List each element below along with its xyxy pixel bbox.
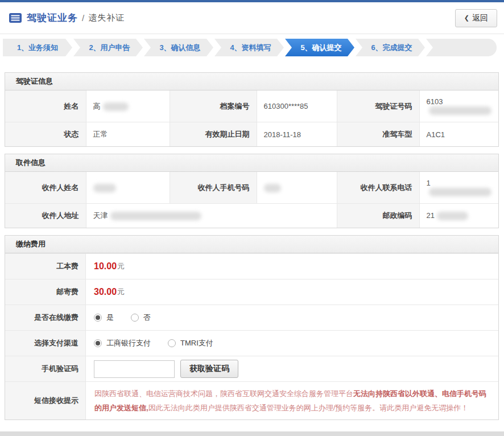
section-payment: 缴纳费用 工本费 10.00 元 邮寄费 30.00 元 是否在线缴费 是: [5, 235, 499, 420]
field-label-expiry-date: 有效期止日期: [170, 122, 257, 147]
field-value-recipient-phone: 1: [419, 172, 498, 204]
field-label-name: 姓名: [5, 91, 86, 122]
redacted-value: [429, 106, 491, 115]
redacted-value: [93, 184, 116, 192]
field-value-vehicle-class: A1C1: [419, 122, 498, 147]
table-row: 收件人姓名 收件人手机号码 收件人联系电话 1: [5, 172, 498, 204]
sms-code-label: 手机验证码: [5, 356, 86, 381]
radio-unselected-icon: [168, 339, 176, 347]
field-label-recipient-phone: 收件人联系电话: [337, 172, 419, 204]
radio-unselected-icon: [131, 314, 139, 322]
online-pay-label: 是否在线缴费: [5, 305, 86, 330]
fee-amount: 30.00: [94, 287, 117, 297]
radio-selected-icon: [94, 339, 102, 347]
fee-row-production-cost: 工本费 10.00 元: [5, 253, 498, 279]
chevron-left-icon: ❮: [464, 14, 469, 22]
section-title-license: 驾驶证信息: [5, 73, 498, 91]
field-label-recipient-mobile: 收件人手机号码: [170, 172, 257, 204]
redacted-value: [103, 102, 129, 111]
step-5-confirm-submit-active[interactable]: 5、确认提交: [285, 39, 354, 56]
pay-channel-row: 选择支付渠道 工商银行支付 TMRI支付: [5, 330, 498, 356]
radio-online-pay-no[interactable]: 否: [131, 312, 151, 323]
radio-online-pay-yes[interactable]: 是: [94, 312, 114, 323]
get-sms-code-button[interactable]: 获取验证码: [180, 360, 238, 378]
page: 驾驶证业务 / 遗失补证 ❮ 返回 1、业务须知 2、用户申告 3、确认信息 4…: [0, 0, 504, 436]
field-label-status: 状态: [5, 122, 86, 147]
field-value-license-number: 6103: [419, 91, 498, 122]
field-value-file-number: 610300****85: [257, 91, 337, 122]
field-label-vehicle-class: 准驾车型: [337, 122, 419, 147]
back-button[interactable]: ❮ 返回: [455, 9, 497, 27]
field-label-postal-code: 邮政编码: [337, 204, 419, 228]
radio-selected-icon: [94, 314, 102, 322]
step-2-user-declaration[interactable]: 2、用户申告: [73, 39, 143, 56]
radio-label: 否: [143, 312, 151, 323]
radio-label: 是: [106, 312, 114, 323]
fee-amount: 10.00: [94, 261, 117, 272]
table-row: 状态 正常 有效期止日期 2018-11-18 准驾车型 A1C1: [5, 122, 498, 147]
table-row: 姓名 高 档案编号 610300****85 驾驶证号码 6103: [5, 91, 498, 122]
field-value-postal-code: 21: [419, 204, 498, 228]
sms-notice-text: 因陕西省联通、电信运营商技术问题，陕西省互联网交通安全综合服务管理平台无法向持陕…: [86, 382, 498, 419]
section-title-pickup: 取件信息: [5, 154, 498, 172]
license-info-table: 姓名 高 档案编号 610300****85 驾驶证号码 6103 状态 正常 …: [5, 91, 498, 146]
pay-channel-label: 选择支付渠道: [5, 331, 86, 356]
step-progress-bar: 1、业务须知 2、用户申告 3、确认信息 4、资料填写 5、确认提交 6、完成提…: [3, 39, 497, 56]
field-label-recipient-name: 收件人姓名: [5, 172, 86, 204]
breadcrumb-current: 遗失补证: [88, 13, 125, 23]
step-bar-tail: [426, 39, 497, 56]
field-label-recipient-address: 收件人地址: [5, 204, 86, 228]
section-pickup-info: 取件信息 收件人姓名 收件人手机号码 收件人联系电话 1 收件人地址 天津 邮政…: [5, 154, 499, 228]
table-row: 收件人地址 天津 邮政编码 21: [5, 204, 498, 228]
step-4-fill-materials[interactable]: 4、资料填写: [214, 39, 284, 56]
field-value-recipient-mobile: [257, 172, 337, 204]
field-value-expiry-date: 2018-11-18: [257, 122, 337, 147]
field-value-status: 正常: [86, 122, 170, 147]
fee-unit: 元: [117, 261, 125, 272]
bottom-edge: [0, 431, 504, 436]
field-value-recipient-name: [86, 172, 170, 204]
fee-unit: 元: [117, 287, 125, 297]
sms-code-input[interactable]: [94, 360, 175, 378]
sms-code-row: 手机验证码 获取验证码: [5, 356, 498, 381]
back-button-label: 返回: [472, 13, 488, 23]
online-pay-row: 是否在线缴费 是 否: [5, 305, 498, 330]
page-title: 驾驶证业务: [27, 11, 78, 24]
section-license-info: 驾驶证信息 姓名 高 档案编号 610300****85 驾驶证号码 6103 …: [5, 72, 499, 147]
redacted-value: [429, 188, 491, 196]
step-3-confirm-info[interactable]: 3、确认信息: [144, 39, 213, 56]
radio-label: TMRI支付: [180, 338, 213, 348]
redacted-value: [437, 212, 468, 220]
field-value-recipient-address: 天津: [86, 204, 337, 228]
breadcrumb-separator: /: [82, 13, 84, 23]
radio-channel-icbc[interactable]: 工商银行支付: [94, 338, 151, 348]
fee-label: 工本费: [5, 254, 86, 279]
redacted-value: [264, 184, 281, 192]
fee-row-postage: 邮寄费 30.00 元: [5, 279, 498, 305]
header: 驾驶证业务 / 遗失补证 ❮ 返回: [0, 2, 504, 34]
form-list-icon: [9, 13, 22, 23]
sms-notice-row: 短信接收提示 因陕西省联通、电信运营商技术问题，陕西省互联网交通安全综合服务管理…: [5, 381, 498, 419]
fee-label: 邮寄费: [5, 279, 86, 305]
redacted-value: [110, 212, 201, 220]
field-value-name: 高: [86, 91, 170, 122]
radio-label: 工商银行支付: [106, 338, 151, 348]
radio-channel-tmri[interactable]: TMRI支付: [168, 338, 213, 348]
section-title-payment: 缴纳费用: [5, 236, 498, 253]
step-6-complete-submit[interactable]: 6、完成提交: [356, 39, 425, 56]
field-label-file-number: 档案编号: [170, 91, 257, 122]
pickup-info-table: 收件人姓名 收件人手机号码 收件人联系电话 1 收件人地址 天津 邮政编码 21: [5, 172, 498, 228]
field-label-license-number: 驾驶证号码: [337, 91, 419, 122]
sms-notice-label: 短信接收提示: [5, 382, 86, 419]
step-1-business-notes[interactable]: 1、业务须知: [3, 39, 72, 56]
